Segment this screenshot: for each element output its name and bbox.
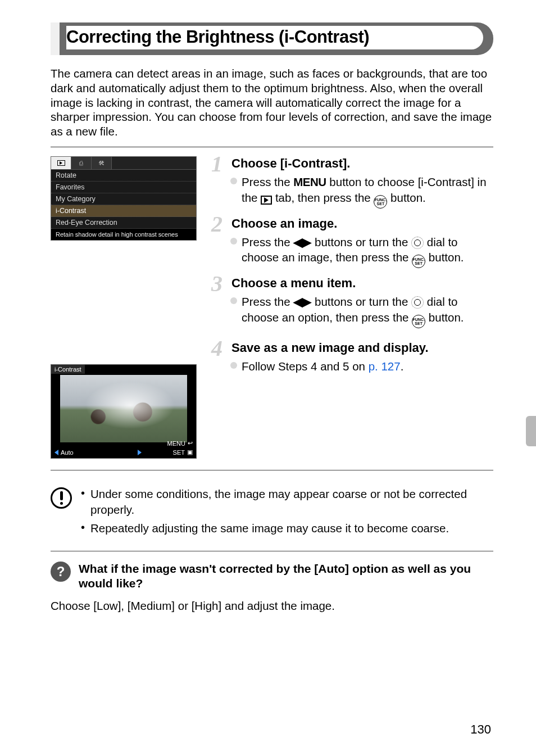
apply-icon: ▣ (187, 449, 193, 456)
step-3: 3 Choose a menu item. Press the ◀▶ butto… (212, 276, 493, 328)
control-dial-icon (411, 237, 424, 249)
menu-item-mycategory: My Category (51, 193, 196, 205)
bullet-icon (230, 297, 237, 304)
step-1: 1 Choose [i-Contrast]. Press the MENU bu… (212, 156, 493, 209)
playback-icon (57, 160, 65, 166)
step-1-body: Press the MENU button to choose [i-Contr… (231, 174, 493, 209)
tab-print: ⎙ (71, 157, 92, 169)
set-button-label: SET (173, 449, 185, 456)
bullet-icon (230, 362, 237, 369)
step-1-title: Choose [i-Contrast]. (231, 156, 493, 171)
tip-box: ? What if the image wasn't corrected by … (51, 562, 493, 591)
tip-title: What if the image wasn't corrected by th… (79, 562, 493, 591)
step-4-number: 4 (211, 337, 222, 360)
menu-screenshot: ⎙ 🛠 Rotate Favorites My Category i-Contr… (51, 156, 197, 241)
step-3-title: Choose a menu item. (231, 276, 493, 291)
divider (51, 470, 493, 470)
left-right-arrows-icon: ◀▶ (293, 295, 311, 308)
menu-glyph: MENU (293, 175, 326, 188)
right-column: 1 Choose [i-Contrast]. Press the MENU bu… (212, 156, 493, 459)
content-columns: ⎙ 🛠 Rotate Favorites My Category i-Contr… (51, 156, 493, 459)
caution-list: Under some conditions, the image may app… (81, 486, 493, 540)
func-set-icon: FUNC.SET (412, 255, 425, 268)
page-title: Correcting the Brightness (i-Contrast) (66, 26, 483, 49)
tools-icon: 🛠 (98, 160, 105, 166)
step-2-number: 2 (211, 213, 222, 236)
left-right-arrows-icon: ◀▶ (293, 236, 311, 248)
divider (51, 147, 493, 147)
step-3-number: 3 (211, 273, 222, 295)
page-title-bar: Correcting the Brightness (i-Contrast) (51, 22, 493, 55)
tab-playback (51, 157, 71, 169)
step-4: 4 Save as a new image and display. Follo… (212, 341, 493, 374)
menu-items: Rotate Favorites My Category i-Contrast … (51, 170, 196, 229)
step-2-body: Press the ◀▶ buttons or turn the dial to… (231, 234, 493, 269)
menu-item-favorites: Favorites (51, 182, 196, 193)
step-2-text-d: button. (425, 251, 464, 264)
divider (51, 551, 493, 551)
menu-item-icontrast: i-Contrast (51, 205, 196, 217)
menu-button-label: MENU (167, 440, 185, 447)
menu-footer-text: Retain shadow detail in high contrast sc… (51, 229, 196, 240)
step-4-title: Save as a new image and display. (231, 341, 493, 355)
step-2-text-b: buttons or turn the (311, 236, 411, 248)
return-icon: ↩ (188, 440, 193, 447)
bullet-icon (230, 238, 237, 245)
control-dial-icon (411, 296, 424, 309)
left-column: ⎙ 🛠 Rotate Favorites My Category i-Contr… (51, 156, 197, 459)
menu-item-rotate: Rotate (51, 170, 196, 182)
right-arrow-icon (138, 450, 142, 455)
preview-buttons: MENU ↩ SET ▣ (167, 440, 193, 456)
bullet-icon (230, 178, 237, 184)
left-arrow-icon (54, 450, 58, 455)
intro-text: The camera can detect areas in an image,… (51, 66, 493, 139)
preview-image (60, 375, 187, 442)
preview-mode: Auto (61, 449, 74, 456)
caution-item-1: Under some conditions, the image may app… (81, 486, 493, 517)
page-number: 130 (470, 722, 491, 737)
step-3-body: Press the ◀▶ buttons or turn the dial to… (231, 294, 493, 328)
print-icon: ⎙ (79, 160, 83, 166)
step-2: 2 Choose an image. Press the ◀▶ buttons … (212, 216, 493, 269)
icontrast-preview: i-Contrast Auto MENU ↩ SET ▣ (51, 364, 197, 459)
step-1-number: 1 (211, 153, 222, 175)
step-1-text-a: Press the (242, 175, 293, 188)
step-3-text-a: Press the (242, 295, 293, 308)
caution-box: Under some conditions, the image may app… (51, 483, 493, 547)
step-2-text-a: Press the (242, 236, 293, 248)
step-4-text-a: Follow Steps 4 and 5 on (242, 360, 369, 373)
menu-tabs: ⎙ 🛠 (51, 157, 196, 170)
tip-answer: Choose [Low], [Medium] or [High] and adj… (51, 599, 493, 613)
question-icon: ? (51, 562, 71, 582)
caution-icon (51, 487, 72, 509)
step-1-text-d: button. (387, 191, 425, 204)
caution-item-2: Repeatedly adjusting the same image may … (81, 520, 493, 536)
preview-mode-row: Auto (54, 449, 142, 456)
menu-item-redeye: Red-Eye Correction (51, 217, 196, 229)
preview-label: i-Contrast (51, 365, 85, 374)
step-2-title: Choose an image. (231, 216, 493, 231)
func-set-icon: FUNC.SET (412, 315, 425, 328)
step-3-text-b: buttons or turn the (311, 295, 411, 308)
side-tab (526, 416, 536, 446)
playback-tab-icon (261, 196, 272, 205)
step-1-text-c: tab, then press the (272, 191, 374, 204)
func-set-icon: FUNC.SET (374, 195, 387, 209)
step-4-body: Follow Steps 4 and 5 on p. 127. (231, 359, 493, 374)
page-link[interactable]: p. 127 (369, 360, 401, 373)
step-3-text-d: button. (425, 311, 464, 324)
step-4-text-b: . (401, 360, 404, 373)
tab-tools: 🛠 (92, 157, 112, 169)
